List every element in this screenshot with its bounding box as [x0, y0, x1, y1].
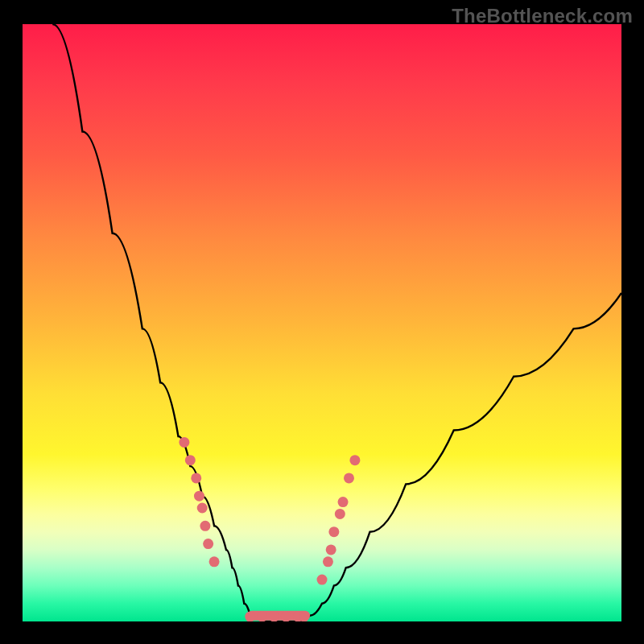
curve-marker-dot [203, 539, 213, 549]
curve-marker-dot [197, 503, 208, 514]
curve-marker-dot [179, 437, 189, 448]
curve-marker-dot [326, 544, 336, 555]
curve-marker-dot [200, 521, 210, 531]
curve-marker-dot [191, 473, 201, 483]
curve-marker-dot [317, 575, 328, 585]
curve-markers [179, 437, 360, 621]
curve-marker-dot [299, 612, 309, 621]
chart-frame: TheBottleneck.com [0, 0, 644, 644]
curve-marker-dot [269, 612, 279, 621]
curve-marker-dot [338, 497, 349, 507]
curve-layer [23, 24, 621, 621]
curve-marker-dot [257, 612, 267, 621]
curve-marker-dot [281, 612, 291, 621]
curve-marker-dot [323, 556, 333, 567]
curve-marker-dot [344, 473, 354, 483]
curve-marker-dot [349, 455, 360, 465]
watermark-text: TheBottleneck.com [452, 5, 633, 27]
plot-area [23, 24, 621, 621]
curve-marker-dot [328, 526, 339, 537]
curve-marker-dot [209, 556, 220, 567]
curve-marker-dot [185, 455, 196, 465]
curve-marker-dot [335, 509, 345, 519]
curve-marker-dot [245, 612, 255, 621]
curve-marker-dot [194, 491, 204, 502]
